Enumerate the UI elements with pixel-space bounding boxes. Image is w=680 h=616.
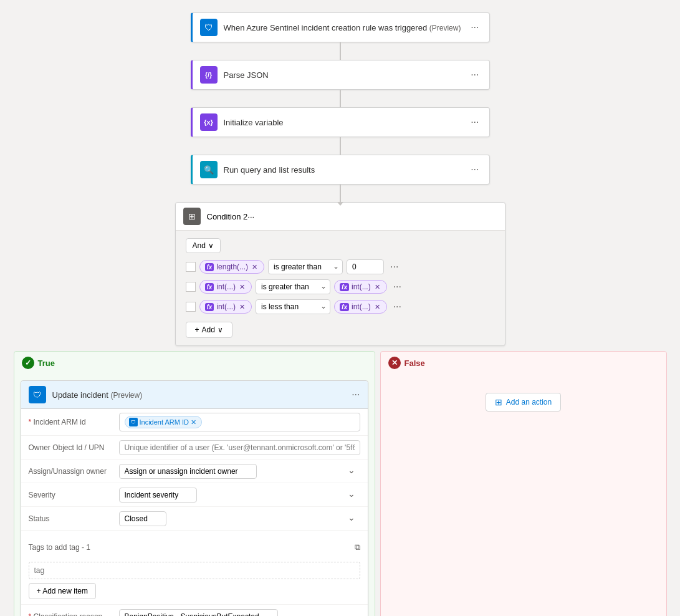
add-chevron-icon: ∨ <box>218 325 223 334</box>
init-var-card: {x} Initialize variable ··· <box>191 107 490 137</box>
update-card-title: Update incident (Preview) <box>52 390 352 400</box>
and-chevron-icon: ∨ <box>208 241 214 250</box>
expr-close-2[interactable]: ✕ <box>239 283 245 291</box>
required-star-1: * <box>29 418 34 426</box>
expr-text-3b: int(...) <box>352 302 371 311</box>
severity-select[interactable]: Incident severity <box>119 488 197 503</box>
fx-icon-3b: fx <box>340 303 349 311</box>
run-query-icon: 🔍 <box>200 161 218 178</box>
true-branch: ✓ True 🛡 Update incident (Preview) ··· <box>14 351 375 616</box>
condition2-icon: ⊞ <box>183 208 201 225</box>
true-label: True <box>38 359 55 368</box>
true-badge-icon: ✓ <box>22 357 34 369</box>
cond-row-menu-2[interactable]: ··· <box>391 280 404 294</box>
expr-pill-2b[interactable]: fx int(...) ✕ <box>334 280 387 294</box>
expr-close-3[interactable]: ✕ <box>239 303 245 311</box>
condition-row-3: fx int(...) ✕ is less than fx int(...) ✕ <box>186 299 495 314</box>
condition-checkbox-1[interactable] <box>186 262 196 272</box>
condition-row-2: fx int(...) ✕ is greater than fx int(...… <box>186 279 495 294</box>
owner-object-input[interactable] <box>119 440 360 455</box>
add-condition-button[interactable]: + Add ∨ <box>186 322 232 338</box>
severity-label: Severity <box>29 491 119 499</box>
init-var-title: Initialize variable <box>224 118 469 127</box>
operator-wrapper-3: is less than <box>256 299 330 314</box>
arrow-2 <box>340 90 341 107</box>
add-plus-icon: + <box>195 325 199 334</box>
expr-pill-3b[interactable]: fx int(...) ✕ <box>334 300 387 314</box>
expr-close-3b[interactable]: ✕ <box>375 303 380 311</box>
expr-pill-2[interactable]: fx int(...) ✕ <box>199 280 252 294</box>
condition2-title: Condition 2 <box>207 212 248 221</box>
token-close[interactable]: ✕ <box>191 418 196 426</box>
expr-pill-3[interactable]: fx int(...) ✕ <box>199 300 252 314</box>
operator-wrapper-1: is greater than <box>268 259 343 274</box>
fx-icon-3: fx <box>205 303 214 311</box>
update-incident-card: 🛡 Update incident (Preview) ··· * Incide… <box>21 380 368 616</box>
classification-row: * Classification reason BenignPositive -… <box>21 605 368 616</box>
parse-json-title: Parse JSON <box>224 70 469 80</box>
condition2-header: ⊞ Condition 2 ··· <box>176 203 505 231</box>
value-input-1[interactable] <box>347 259 384 274</box>
condition2-card: ⊞ Condition 2 ··· And ∨ fx length(...) ✕ <box>175 202 505 346</box>
tags-header-row: Tags to add tag - 1 ⧉ <box>29 536 360 559</box>
assign-unassign-row: Assign/Unassign owner Assign or unassign… <box>21 460 368 483</box>
tag-input[interactable] <box>29 562 360 579</box>
false-badge-icon: ✕ <box>388 357 401 369</box>
arrow-4 <box>340 185 341 202</box>
sentinel-trigger-menu[interactable]: ··· <box>468 19 481 36</box>
init-var-icon: {x} <box>200 113 218 131</box>
expr-close-1[interactable]: ✕ <box>252 263 257 271</box>
update-preview-tag: (Preview) <box>110 391 142 400</box>
cond-row-menu-1[interactable]: ··· <box>388 260 401 274</box>
expr-text-2: int(...) <box>216 282 236 291</box>
parse-json-card: {/} Parse JSON ··· <box>191 60 490 90</box>
tags-section: Tags to add tag - 1 ⧉ + Add new item <box>21 531 368 605</box>
condition2-menu[interactable]: ··· <box>247 212 254 221</box>
tags-label: Tags to add tag - 1 <box>29 543 119 552</box>
condition-checkbox-3[interactable] <box>186 302 196 312</box>
status-wrapper: Closed <box>119 511 360 526</box>
arrow-1 <box>340 42 341 60</box>
sentinel-trigger-card: 🛡 When Azure Sentinel incident creation … <box>191 12 490 42</box>
true-header: ✓ True <box>14 352 375 374</box>
owner-object-row: Owner Object Id / UPN <box>21 436 368 460</box>
expr-close-2b[interactable]: ✕ <box>375 283 380 291</box>
add-action-false-button[interactable]: ⊞ Add an action <box>486 393 561 411</box>
operator-select-3[interactable]: is less than <box>256 299 330 314</box>
status-select[interactable]: Closed <box>119 511 166 526</box>
assign-unassign-wrapper: Assign or unassign incident owner <box>119 464 360 479</box>
arrow-3 <box>340 137 341 155</box>
false-branch: ✕ False ⊞ Add an action <box>380 351 667 616</box>
cond-row-menu-3[interactable]: ··· <box>391 300 404 314</box>
expr-text-1: length(...) <box>216 262 248 271</box>
init-var-menu[interactable]: ··· <box>468 114 481 130</box>
add-new-item-button[interactable]: + Add new item <box>29 583 96 599</box>
operator-wrapper-2: is greater than <box>256 279 330 294</box>
run-query-menu[interactable]: ··· <box>468 161 481 178</box>
update-card-menu[interactable]: ··· <box>352 389 360 400</box>
condition2-body: And ∨ fx length(...) ✕ is greater than <box>176 231 505 345</box>
token-icon: 🛡 <box>129 418 138 426</box>
incident-arm-row: * Incident ARM id 🛡 Incident ARM ID ✕ <box>21 409 368 436</box>
branch-row: ✓ True 🛡 Update incident (Preview) ··· <box>0 351 680 616</box>
run-query-card: 🔍 Run query and list results ··· <box>191 155 490 185</box>
incident-arm-input[interactable]: 🛡 Incident ARM ID ✕ <box>119 413 360 431</box>
operator-select-1[interactable]: is greater than <box>268 259 343 274</box>
expr-pill-1[interactable]: fx length(...) ✕ <box>199 260 265 274</box>
owner-object-label: Owner Object Id / UPN <box>29 443 119 452</box>
severity-wrapper: Incident severity <box>119 488 360 503</box>
condition-checkbox-2[interactable] <box>186 282 196 292</box>
classification-select[interactable]: BenignPositive - SuspiciousButExpected <box>119 609 278 617</box>
parse-json-menu[interactable]: ··· <box>468 67 481 83</box>
classification-label: * Classification reason <box>29 612 119 617</box>
run-query-title: Run query and list results <box>224 165 469 175</box>
operator-select-2[interactable]: is greater than <box>256 279 330 294</box>
status-row: Status Closed <box>21 507 368 531</box>
assign-unassign-select[interactable]: Assign or unassign incident owner <box>119 464 257 479</box>
and-button[interactable]: And ∨ <box>186 238 221 253</box>
parse-json-icon: {/} <box>200 66 218 84</box>
update-card-header: 🛡 Update incident (Preview) ··· <box>21 381 368 409</box>
incident-arm-label: * Incident ARM id <box>29 418 119 426</box>
false-header: ✕ False <box>381 352 666 374</box>
tags-copy-icon[interactable]: ⧉ <box>355 542 360 552</box>
